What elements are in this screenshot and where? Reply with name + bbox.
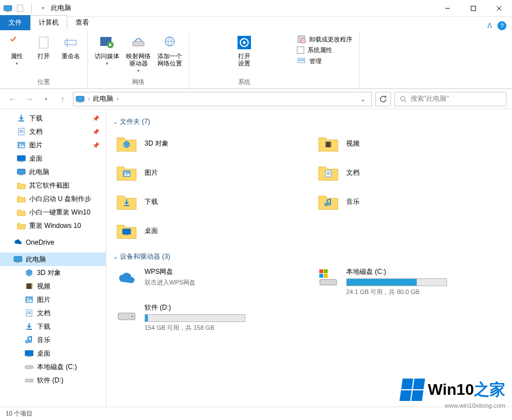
music-icon xyxy=(25,335,34,344)
navitem-文档[interactable]: 文档📌 xyxy=(0,125,106,138)
system-properties-button[interactable]: 系统属性 xyxy=(295,45,355,55)
map-drive-icon xyxy=(129,34,147,52)
navitem-视频[interactable]: 视频 xyxy=(0,279,106,293)
folder-item[interactable]: 文档 xyxy=(315,159,505,186)
help-icon[interactable]: ? xyxy=(497,21,506,30)
svg-point-37 xyxy=(243,41,246,44)
add-network-location-button[interactable]: 添加一个 网络位置 xyxy=(155,32,184,77)
app-icon xyxy=(3,4,12,13)
access-media-button[interactable]: 访问媒体 ▾ xyxy=(92,32,122,77)
close-button[interactable] xyxy=(486,0,512,17)
navitem-this-pc[interactable]: 此电脑 xyxy=(0,253,106,266)
tab-view[interactable]: 查看 xyxy=(67,15,97,30)
download-icon xyxy=(17,114,26,123)
up-button[interactable]: ↑ xyxy=(56,92,69,106)
rename-button[interactable]: 重命名 xyxy=(58,32,83,77)
titlebar: ▾ 此电脑 xyxy=(0,0,512,17)
folder-item[interactable]: 图片 xyxy=(113,159,304,186)
network-location-icon xyxy=(161,34,179,52)
ribbon-group-location: 属性 ▾ 打开 重命名 位置 xyxy=(0,30,88,88)
uninstall-icon xyxy=(297,35,306,44)
folder-item[interactable]: 音乐 xyxy=(315,188,505,215)
svg-rect-31 xyxy=(133,41,144,46)
settings-icon xyxy=(235,34,253,52)
navitem-3D 对象[interactable]: 3D 对象 xyxy=(0,266,106,279)
folder-item[interactable]: 3D 对象 xyxy=(113,130,304,157)
navitem-小白一键重装 Win10[interactable]: 小白一键重装 Win10 xyxy=(0,206,106,219)
navitem-onedrive[interactable]: OneDrive xyxy=(0,236,106,249)
devices-header[interactable]: ⌄ 设备和驱动器 (3) xyxy=(113,249,505,265)
navitem-桌面[interactable]: 桌面 xyxy=(0,347,106,360)
navitem-下载[interactable]: 下载📌 xyxy=(0,111,106,125)
pin-icon: 📌 xyxy=(92,129,99,135)
media-icon xyxy=(98,34,116,52)
picture-folder-icon xyxy=(115,161,138,184)
cloud-icon xyxy=(115,267,138,290)
content-area: ⌄ 文件夹 (7) 3D 对象视频图片文档下载音乐桌面 ⌄ 设备和驱动器 (3)… xyxy=(106,109,512,407)
navitem-软件 (D:)[interactable]: 软件 (D:) xyxy=(0,374,106,387)
watermark: Win10之家 www.win10xitong.com xyxy=(401,379,505,409)
svg-point-52 xyxy=(132,316,133,318)
folders-header[interactable]: ⌄ 文件夹 (7) xyxy=(113,114,505,130)
open-button[interactable]: 打开 xyxy=(31,32,56,77)
svg-rect-42 xyxy=(299,59,304,60)
svg-rect-47 xyxy=(319,269,323,273)
back-button[interactable]: ← xyxy=(6,92,19,106)
usage-bar xyxy=(145,314,245,322)
navitem-本地磁盘 (C:)[interactable]: 本地磁盘 (C:) xyxy=(0,360,106,374)
manage-button[interactable]: 管理 xyxy=(295,55,355,67)
navitem-下载[interactable]: 下载 xyxy=(0,320,106,333)
properties-icon xyxy=(8,34,26,52)
breadcrumb-segment[interactable]: 此电脑 xyxy=(93,94,113,104)
windows-logo-icon xyxy=(399,379,425,401)
ribbon-group-network: 访问媒体 ▾ 映射网络 驱动器 ▾ 添加一个 网络位置 网络 xyxy=(88,30,189,88)
refresh-button[interactable] xyxy=(375,92,391,106)
navitem-文档[interactable]: 文档 xyxy=(0,306,106,320)
window-title: 此电脑 xyxy=(51,3,71,13)
usage-bar xyxy=(346,278,447,286)
tab-file[interactable]: 文件 xyxy=(0,15,30,30)
open-settings-button[interactable]: 打开 设置 xyxy=(232,32,257,77)
qat-new-icon[interactable] xyxy=(16,4,25,13)
drive-item[interactable]: 本地磁盘 (C:)24.1 GB 可用，共 80.0 GB xyxy=(315,265,505,298)
properties-button[interactable]: 属性 ▾ xyxy=(4,32,29,77)
chevron-right-icon[interactable]: › xyxy=(117,96,118,102)
minimize-button[interactable] xyxy=(435,0,460,17)
dropdown-icon: ▾ xyxy=(106,61,108,66)
uninstall-button[interactable]: 卸载或更改程序 xyxy=(295,34,355,45)
folder-icon xyxy=(17,194,26,203)
forward-button[interactable]: → xyxy=(22,92,36,106)
chevron-down-icon: ⌄ xyxy=(113,119,118,125)
map-drive-button[interactable]: 映射网络 驱动器 ▾ xyxy=(124,32,153,77)
navitem-小白启动 U 盘制作步[interactable]: 小白启动 U 盘制作步 xyxy=(0,192,106,206)
recent-dropdown[interactable]: ▾ xyxy=(39,92,53,106)
search-input[interactable]: 搜索"此电脑" xyxy=(394,92,506,106)
qat-dropdown-icon[interactable]: ▾ xyxy=(39,4,48,13)
navitem-图片[interactable]: 图片📌 xyxy=(0,138,106,152)
navitem-重装 Windows 10[interactable]: 重装 Windows 10 xyxy=(0,219,106,232)
address-bar[interactable]: › 此电脑 › ⌄ xyxy=(73,92,372,106)
chevron-right-icon[interactable]: › xyxy=(88,96,90,102)
navitem-桌面[interactable]: 桌面 xyxy=(0,152,106,165)
folder-item[interactable]: 下载 xyxy=(113,188,304,215)
dropdown-icon: ▾ xyxy=(16,61,18,66)
collapse-ribbon-icon[interactable]: ᐱ xyxy=(487,22,492,30)
rename-icon xyxy=(62,34,80,52)
drive-item[interactable]: 软件 (D:)154 GB 可用，共 158 GB xyxy=(113,301,304,334)
ribbon-group-system: 打开 设置 系统 卸载或更改程序 系统属性 管理 xyxy=(189,30,360,88)
pin-icon: 📌 xyxy=(92,115,99,122)
svg-point-44 xyxy=(401,96,405,101)
manage-icon xyxy=(297,57,306,66)
folder-item[interactable]: 视频 xyxy=(315,130,505,157)
address-dropdown-icon[interactable]: ⌄ xyxy=(357,95,369,103)
dropdown-icon: ▾ xyxy=(137,68,139,73)
tab-computer[interactable]: 计算机 xyxy=(30,15,67,30)
navitem-音乐[interactable]: 音乐 xyxy=(0,333,106,347)
navitem-其它软件截图[interactable]: 其它软件截图 xyxy=(0,179,106,192)
navitem-图片[interactable]: 图片 xyxy=(0,293,106,306)
navitem-此电脑[interactable]: 此电脑 xyxy=(0,165,106,179)
folder-item[interactable]: 桌面 xyxy=(113,217,304,244)
pc-icon xyxy=(76,95,85,104)
maximize-button[interactable] xyxy=(460,0,486,17)
drive-item[interactable]: WPS网盘双击进入WPS网盘 xyxy=(113,265,304,298)
